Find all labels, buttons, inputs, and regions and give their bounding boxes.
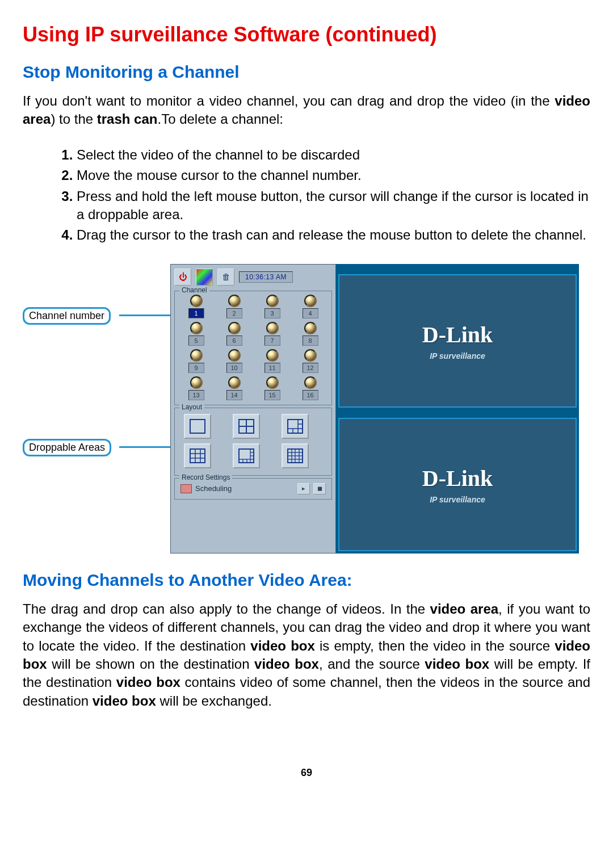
channel-12[interactable]: 12 [291,349,329,373]
channel-7[interactable]: 7 [253,322,291,346]
layout-legend: Layout [179,403,204,411]
channel-9[interactable]: 9 [177,349,215,373]
power-icon[interactable]: ⏻ [174,269,191,286]
intro-paragraph: If you don't want to monitor a video cha… [23,92,590,129]
scheduling-label[interactable]: Scheduling [195,484,232,493]
channel-11[interactable]: 11 [253,349,291,373]
video-box-1[interactable]: D-Link IP surveillance [338,274,577,408]
channel-4[interactable]: 4 [291,295,329,318]
app-screenshot: ⏻ 🗑 10:36:13 AM Channel 1 2 3 4 5 6 7 [170,264,579,553]
record-stop-button[interactable]: ◼ [313,483,326,494]
record-fieldset: Record Settings Scheduling ▸ ◼ [174,478,332,500]
channel-10[interactable]: 10 [215,349,253,373]
callout-channel-number: Channel number [23,307,111,325]
moving-paragraph: The drag and drop can also apply to the … [23,600,590,710]
page-title: Using IP surveillance Software (continue… [23,23,590,47]
svg-rect-4 [288,420,303,433]
layout-3x3[interactable] [184,443,211,468]
record-play-button[interactable]: ▸ [297,483,310,494]
layout-fieldset: Layout [174,408,332,476]
layout-4x4[interactable] [282,443,309,468]
channel-1[interactable]: 1 [177,295,215,318]
channel-2[interactable]: 2 [215,295,253,318]
trash-icon[interactable]: 🗑 [217,269,234,286]
video-area: IP surveillance D-Link IP surveillance D… [336,264,579,553]
brand-subtitle: IP surveillance [430,495,485,504]
svg-rect-0 [190,420,205,433]
step-2: Move the mouse cursor to the channel num… [77,166,590,184]
callout-droppable-areas: Droppable Areas [23,439,111,456]
channel-fieldset: Channel 1 2 3 4 5 6 7 8 9 10 11 12 [174,291,332,405]
channel-8[interactable]: 8 [291,322,329,346]
brand-logo: D-Link [422,465,493,492]
layout-2x2[interactable] [233,414,260,439]
step-3: Press and hold the left mouse button, th… [77,187,590,224]
step-4: Drag the cursor to the trash can and rel… [77,226,590,244]
step-1: Select the video of the channel to be di… [77,146,590,164]
channel-6[interactable]: 6 [215,322,253,346]
channel-legend: Channel [179,286,209,294]
control-panel: ⏻ 🗑 10:36:13 AM Channel 1 2 3 4 5 6 7 [170,264,336,553]
step-list: Select the video of the channel to be di… [23,146,590,245]
channel-5[interactable]: 5 [177,322,215,346]
palette-icon[interactable] [196,269,213,286]
channel-16[interactable]: 16 [291,376,329,400]
channel-14[interactable]: 14 [215,376,253,400]
brand-logo: D-Link [422,321,493,348]
section-moving-channels: Moving Channels to Another Video Area: [23,571,590,590]
svg-rect-9 [190,449,205,463]
channel-15[interactable]: 15 [253,376,291,400]
brand-subtitle: IP surveillance [430,351,485,360]
figure: Channel number Droppable Areas ⏻ 🗑 10:36… [23,264,590,553]
clock-display: 10:36:13 AM [239,271,293,283]
scheduling-icon [180,484,192,493]
layout-1plus12[interactable] [233,443,260,468]
ip-surveillance-label: IP surveillance [342,254,386,262]
channel-3[interactable]: 3 [253,295,291,318]
page-number: 69 [23,767,590,779]
record-legend: Record Settings [179,473,232,481]
section-stop-monitoring: Stop Monitoring a Channel [23,62,590,82]
channel-13[interactable]: 13 [177,376,215,400]
layout-1x1[interactable] [184,414,211,439]
video-box-2[interactable]: D-Link IP surveillance [338,418,577,551]
layout-1plus5[interactable] [282,414,309,439]
